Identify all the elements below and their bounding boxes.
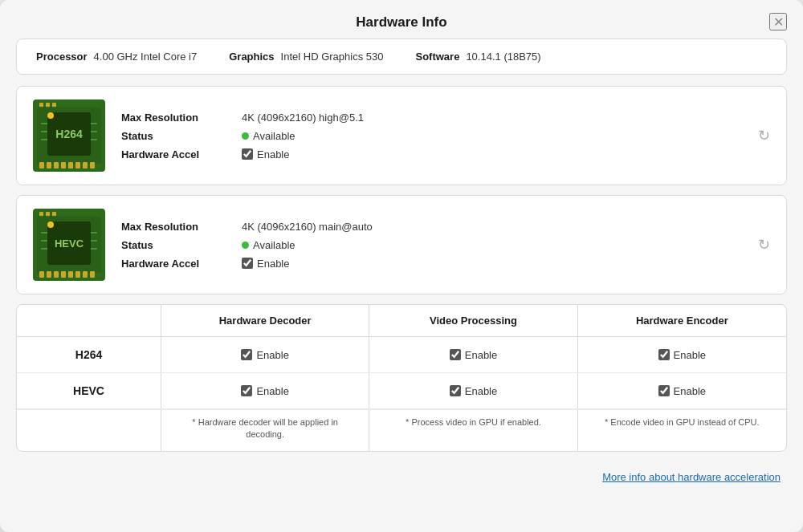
svg-text:HEVC: HEVC — [55, 238, 84, 250]
svg-rect-27 — [61, 271, 66, 278]
processor-value: 4.00 GHz Intel Core i7 — [94, 51, 198, 63]
table-row-h264: H264 Enable Enable Enable — [17, 337, 786, 373]
svg-rect-32 — [39, 212, 43, 216]
features-table: Hardware Decoder Video Processing Hardwa… — [16, 304, 787, 452]
hevc-video-cell: Enable — [369, 373, 577, 408]
software-label: Software — [415, 51, 459, 63]
svg-rect-29 — [75, 271, 80, 278]
note-decoder: * Hardware decoder will be applied in de… — [161, 410, 369, 451]
hevc-status-dot — [242, 242, 249, 249]
note-encoder: * Encode video in GPU instead of CPU. — [578, 410, 786, 451]
svg-rect-2 — [39, 162, 44, 169]
h264-video-enable[interactable]: Enable — [450, 349, 497, 361]
col-header-video-processing: Video Processing — [369, 305, 577, 336]
graphics-info: Graphics Intel HD Graphics 530 — [229, 51, 383, 63]
hevc-video-checkbox[interactable] — [450, 385, 461, 396]
svg-rect-7 — [75, 162, 80, 169]
h264-resolution-value: 4K (4096x2160) high@5.1 — [242, 112, 364, 124]
table-row-hevc: HEVC Enable Enable Enable — [17, 373, 786, 409]
svg-text:H264: H264 — [55, 128, 83, 140]
hevc-encoder-cell: Enable — [578, 373, 786, 408]
svg-rect-9 — [90, 162, 95, 169]
features-table-notes: * Hardware decoder will be applied in de… — [17, 409, 786, 451]
svg-rect-6 — [68, 162, 73, 169]
hevc-hwaccel-checkbox[interactable] — [242, 258, 253, 269]
hevc-hwaccel-enable[interactable]: Enable — [242, 258, 289, 270]
hevc-encoder-checkbox[interactable] — [658, 385, 670, 396]
table-row-h264-label: H264 — [17, 337, 161, 372]
graphics-label: Graphics — [229, 51, 274, 63]
graphics-value: Intel HD Graphics 530 — [281, 51, 384, 63]
h264-hwaccel-row: Hardware Accel Enable — [121, 148, 770, 160]
system-info-bar: Processor 4.00 GHz Intel Core i7 Graphic… — [16, 39, 787, 75]
h264-chip-icon: H264 — [33, 99, 105, 172]
hevc-video-enable[interactable]: Enable — [450, 385, 497, 397]
h264-status-dot — [242, 132, 249, 140]
svg-point-14 — [47, 112, 54, 119]
more-info-section: More info about hardware acceleration — [0, 463, 803, 483]
hevc-codec-card: HEVC Max Resolution 4K (4096x2160) main@… — [16, 195, 787, 294]
hevc-decoder-checkbox[interactable] — [241, 385, 252, 396]
software-info: Software 10.14.1 (18B75) — [415, 51, 540, 63]
svg-point-36 — [47, 221, 54, 228]
hevc-encoder-enable[interactable]: Enable — [658, 385, 706, 397]
h264-hwaccel-label: Hardware Accel — [121, 148, 242, 160]
svg-rect-11 — [46, 103, 50, 107]
features-table-header: Hardware Decoder Video Processing Hardwa… — [17, 305, 786, 337]
svg-rect-33 — [46, 212, 50, 216]
hevc-hwaccel-label: Hardware Accel — [121, 258, 242, 270]
h264-resolution-label: Max Resolution — [121, 112, 242, 124]
table-row-hevc-label: HEVC — [17, 373, 161, 408]
software-value: 10.14.1 (18B75) — [466, 51, 540, 63]
h264-decoder-checkbox[interactable] — [241, 349, 252, 360]
h264-encoder-checkbox[interactable] — [658, 349, 670, 360]
h264-encoder-cell: Enable — [578, 337, 786, 372]
more-info-link[interactable]: More info about hardware acceleration — [602, 471, 781, 483]
svg-rect-30 — [83, 271, 88, 278]
hevc-decoder-enable[interactable]: Enable — [241, 385, 288, 397]
window-title: Hardware Info — [356, 14, 446, 30]
svg-rect-3 — [47, 162, 51, 169]
processor-info: Processor 4.00 GHz Intel Core i7 — [36, 51, 197, 63]
svg-rect-24 — [39, 271, 44, 278]
close-button[interactable]: ✕ — [769, 13, 787, 30]
hevc-decoder-cell: Enable — [161, 373, 369, 408]
title-bar: Hardware Info ✕ — [0, 0, 803, 39]
svg-rect-31 — [90, 271, 95, 278]
svg-rect-5 — [61, 162, 66, 169]
col-header-hw-encoder: Hardware Encoder — [578, 305, 786, 336]
h264-codec-card: H264 Max Resolution 4K (4096x2160) high@… — [16, 86, 787, 185]
hevc-hwaccel-row: Hardware Accel Enable — [121, 258, 770, 270]
svg-rect-28 — [68, 271, 73, 278]
svg-rect-26 — [54, 271, 59, 278]
svg-rect-4 — [54, 162, 59, 169]
col-header-hw-decoder: Hardware Decoder — [161, 305, 369, 336]
note-video: * Process video in GPU if enabled. — [369, 410, 577, 451]
hevc-resolution-value: 4K (4096x2160) main@auto — [242, 221, 373, 233]
h264-encoder-enable[interactable]: Enable — [658, 349, 706, 361]
processor-label: Processor — [36, 51, 88, 63]
svg-rect-10 — [39, 103, 43, 107]
hevc-status-row: Status Available — [121, 239, 770, 251]
svg-rect-8 — [83, 162, 88, 169]
h264-hwaccel-enable[interactable]: Enable — [242, 148, 289, 160]
h264-status-row: Status Available — [121, 130, 770, 142]
hevc-resolution-label: Max Resolution — [121, 221, 242, 233]
h264-resolution-row: Max Resolution 4K (4096x2160) high@5.1 — [121, 112, 770, 124]
hevc-resolution-row: Max Resolution 4K (4096x2160) main@auto — [121, 221, 770, 233]
hevc-chip-icon: HEVC — [33, 209, 105, 281]
note-empty — [17, 410, 161, 451]
h264-refresh-button[interactable]: ↻ — [758, 127, 770, 144]
svg-rect-34 — [52, 212, 56, 216]
hardware-info-window: Hardware Info ✕ Processor 4.00 GHz Intel… — [0, 0, 803, 532]
col-header-empty — [17, 305, 161, 336]
hevc-status-value: Available — [242, 239, 296, 251]
hevc-status-label: Status — [121, 239, 242, 251]
hevc-refresh-button[interactable]: ↻ — [758, 236, 770, 254]
h264-video-cell: Enable — [369, 337, 577, 372]
h264-decoder-enable[interactable]: Enable — [241, 349, 288, 361]
h264-decoder-cell: Enable — [161, 337, 369, 372]
h264-hwaccel-checkbox[interactable] — [242, 148, 253, 160]
h264-details: Max Resolution 4K (4096x2160) high@5.1 S… — [121, 112, 770, 160]
h264-video-checkbox[interactable] — [450, 349, 461, 360]
